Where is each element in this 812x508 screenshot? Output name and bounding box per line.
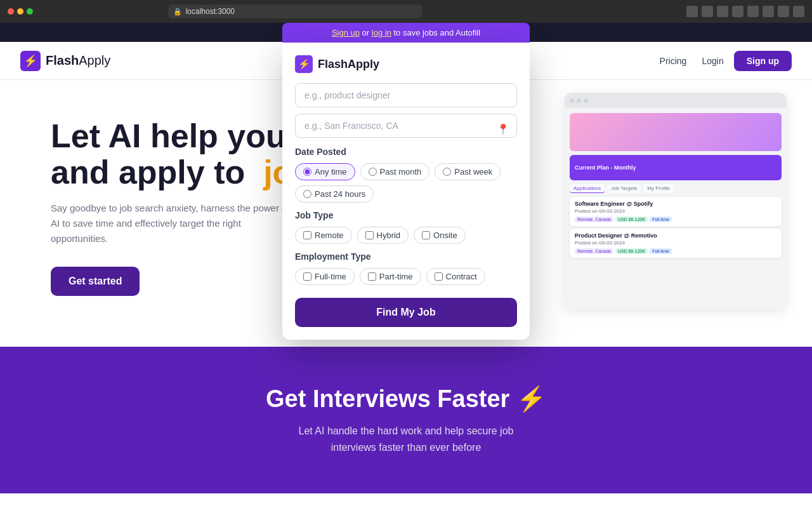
location-input[interactable] [295, 114, 517, 138]
date-label-week: Past week [454, 167, 492, 177]
mockup-card-2-tags: Remote, Canada USD 80-120K Full-time [575, 248, 776, 254]
find-job-button[interactable]: Find My Job [295, 298, 517, 327]
tag-remote: Remote, Canada [575, 217, 613, 222]
employment-type-group: Full-time Part-time Contract [295, 268, 517, 285]
headline-line1: Let AI help you [51, 117, 286, 154]
job-type-onsite[interactable]: Onsite [414, 227, 466, 244]
panel-login-link[interactable]: log in [372, 28, 391, 37]
browser-dots [8, 8, 33, 15]
address-bar[interactable]: 🔒 localhost:3000 [168, 4, 422, 18]
date-label-24h: Past 24 hours [315, 189, 365, 199]
location-icon: 📍 [497, 123, 509, 135]
checkbox-fulltime[interactable] [303, 272, 311, 281]
date-radio-anytime[interactable] [303, 168, 311, 176]
employment-fulltime[interactable]: Full-time [295, 268, 355, 285]
nav-link-pricing[interactable]: Pricing [660, 56, 687, 66]
mockup-content: Current Plan - Monthly Applications Job … [565, 108, 787, 265]
job-type-remote[interactable]: Remote [295, 227, 352, 244]
mockup-card-2: Product Designer @ Remotivo Posted on 09… [570, 229, 782, 258]
mockup-dot-3 [584, 98, 588, 103]
mockup-plan-text: Current Plan - Monthly [575, 164, 636, 171]
extension-icon-2[interactable] [717, 6, 728, 17]
checkbox-remote[interactable] [303, 231, 311, 239]
url-text: localhost:3000 [186, 7, 235, 16]
job-type-group: Remote Hybrid Onsite [295, 227, 517, 244]
mockup-tab-profile[interactable]: My Profile [643, 184, 674, 193]
bottom-para-line2: interviews faster than ever before [331, 442, 481, 453]
nav-logo: ⚡ FlashApply [20, 51, 110, 71]
star-icon[interactable] [686, 6, 698, 17]
checkbox-contract[interactable] [435, 272, 443, 281]
mockup-card-1: Software Engineer @ Spotify Posted on 09… [570, 197, 782, 226]
panel-logo-text: FlashApply [318, 58, 379, 71]
panel-container: Sign up or log in to save jobs and Autof… [282, 23, 530, 340]
mockup-tabs: Applications Job Targets My Profile [570, 184, 782, 193]
checkbox-hybrid[interactable] [365, 231, 374, 239]
bottom-headline: Get Interviews Faster ⚡ [25, 385, 787, 413]
date-option-anytime[interactable]: Any time [295, 163, 355, 180]
job-type-hybrid-label: Hybrid [377, 231, 401, 240]
panel-logo: ⚡ FlashApply [295, 55, 517, 73]
browser-toolbar [686, 6, 804, 17]
dot-yellow [17, 8, 23, 15]
employment-fulltime-label: Full-time [315, 272, 346, 281]
tag-salary-2: USD 80-120K [615, 248, 648, 254]
mockup-card-1-tags: Remote, Canada USD 80-120K Full-time [575, 217, 776, 222]
extension-icon-3[interactable] [732, 6, 743, 17]
panel-logo-icon: ⚡ [295, 55, 313, 73]
checkbox-onsite[interactable] [422, 231, 430, 239]
mockup-bar [565, 93, 787, 108]
mockup-card-2-title: Product Designer @ Remotivo [575, 232, 776, 239]
browser-chrome: 🔒 localhost:3000 [0, 0, 812, 23]
dot-red [8, 8, 14, 15]
extension-icon-5[interactable] [763, 6, 774, 17]
employment-parttime[interactable]: Part-time [360, 268, 421, 285]
date-posted-label: Date Posted [295, 147, 517, 157]
extension-icon-4[interactable] [747, 6, 759, 17]
logo-icon: ⚡ [20, 51, 41, 71]
employment-parttime-label: Part-time [379, 272, 413, 281]
panel-signup-or: or [362, 28, 370, 37]
date-posted-group: Any time Past month Past week Past 24 ho… [295, 163, 517, 203]
menu-icon[interactable] [793, 6, 804, 17]
job-type-hybrid[interactable]: Hybrid [357, 227, 409, 244]
job-search-input[interactable] [295, 83, 517, 107]
location-wrapper: 📍 [295, 114, 517, 144]
mockup-purple-banner: Current Plan - Monthly [570, 155, 782, 180]
tag-fulltime: Full-time [650, 217, 672, 222]
extension-icon-6[interactable] [778, 6, 789, 17]
mockup-dot-2 [577, 98, 581, 103]
panel-signup-suffix: to save jobs and Autofill [394, 28, 481, 37]
date-radio-24h[interactable] [303, 190, 311, 198]
get-started-button[interactable]: Get started [51, 267, 140, 296]
job-type-label: Job Type [295, 210, 517, 220]
mockup-tab-applications[interactable]: Applications [570, 184, 605, 193]
extension-icon-1[interactable] [702, 6, 713, 17]
panel-signup-bar: Sign up or log in to save jobs and Autof… [282, 23, 530, 43]
nav-signup-button[interactable]: Sign up [734, 51, 792, 71]
hero-paragraph: Say goodbye to job search anxiety, harne… [51, 201, 292, 246]
date-radio-week[interactable] [443, 168, 451, 176]
dot-green [27, 8, 33, 15]
logo-bold: FlashApply [46, 53, 110, 68]
date-option-month[interactable]: Past month [360, 163, 430, 180]
app-mockup: Current Plan - Monthly Applications Job … [565, 93, 787, 309]
date-label-month: Past month [380, 167, 422, 177]
mockup-tab-targets[interactable]: Job Targets [607, 184, 641, 193]
employment-contract[interactable]: Contract [426, 268, 485, 285]
date-option-24h[interactable]: Past 24 hours [295, 185, 374, 203]
tag-remote-2: Remote, Canada [575, 248, 613, 254]
nav-login-button[interactable]: Login [702, 56, 723, 66]
job-type-remote-label: Remote [315, 231, 344, 240]
tag-fulltime-2: Full-time [650, 248, 672, 254]
date-radio-month[interactable] [369, 168, 377, 176]
headline-line2: and apply to [51, 154, 245, 190]
date-option-week[interactable]: Past week [435, 163, 501, 180]
panel-signup-link[interactable]: Sign up [332, 28, 360, 37]
lock-icon: 🔒 [173, 8, 182, 16]
employment-contract-label: Contract [446, 272, 477, 281]
job-type-onsite-label: Onsite [433, 231, 457, 240]
checkbox-parttime[interactable] [368, 272, 376, 281]
bottom-paragraph: Let AI handle the hard work and help sec… [247, 423, 565, 455]
employment-type-label: Employment Type [295, 251, 517, 262]
